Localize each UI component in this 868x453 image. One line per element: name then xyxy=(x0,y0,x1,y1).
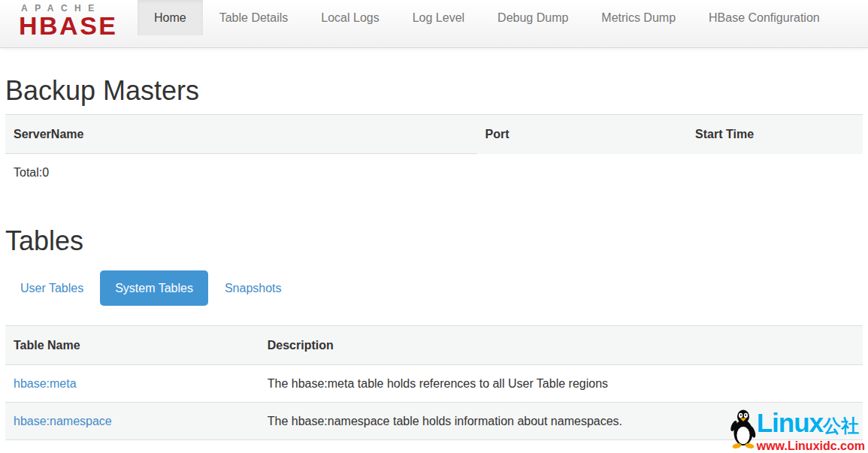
backup-masters-table: ServerName Port Start Time Total:0 xyxy=(5,114,863,191)
watermark-url: www.Linuxidc.com xyxy=(757,440,865,451)
nav-item-table-details[interactable]: Table Details xyxy=(203,0,305,35)
nav-item-metrics-dump[interactable]: Metrics Dump xyxy=(585,0,692,35)
top-navbar: APACHE HBASE Home Table Details Local Lo… xyxy=(0,0,868,48)
nav-item-local-logs[interactable]: Local Logs xyxy=(304,0,395,35)
nav-item-hbase-configuration[interactable]: HBase Configuration xyxy=(692,0,836,35)
column-header-description: Description xyxy=(259,326,863,365)
table-link-hbase-namespace[interactable]: hbase:namespace xyxy=(14,415,112,427)
linuxidc-watermark: Linux公社 www.Linuxidc.com xyxy=(730,409,865,451)
navbar-menu: Home Table Details Local Logs Log Level … xyxy=(138,0,836,35)
backup-masters-title: Backup Masters xyxy=(5,75,863,107)
tab-user-tables[interactable]: User Tables xyxy=(5,270,98,306)
column-header-port: Port xyxy=(477,115,688,154)
system-tables-header-row: Table Name Description xyxy=(5,326,863,365)
column-header-table-name: Table Name xyxy=(5,326,259,365)
tab-snapshots[interactable]: Snapshots xyxy=(210,270,297,306)
table-description-hbase-meta: The hbase:meta table holds references to… xyxy=(259,365,863,403)
tab-system-tables[interactable]: System Tables xyxy=(100,270,208,306)
nav-item-log-level[interactable]: Log Level xyxy=(396,0,481,35)
table-row: hbase:meta The hbase:meta table holds re… xyxy=(5,365,863,403)
column-header-servername: ServerName xyxy=(5,115,477,154)
hbase-logo[interactable]: APACHE HBASE xyxy=(0,0,129,38)
tux-penguin-icon xyxy=(730,409,756,451)
nav-item-home[interactable]: Home xyxy=(138,0,203,35)
watermark-site-name: Linux公社 xyxy=(757,411,865,440)
tables-tabs: User Tables System Tables Snapshots xyxy=(5,270,863,306)
hbase-logo-hbase-text: HBASE xyxy=(19,14,129,38)
nav-item-debug-dump[interactable]: Debug Dump xyxy=(481,0,585,35)
tables-title: Tables xyxy=(5,225,863,257)
backup-masters-total-row: Total:0 xyxy=(5,154,863,192)
page-content: Backup Masters ServerName Port Start Tim… xyxy=(0,75,868,440)
column-header-start-time: Start Time xyxy=(687,115,863,154)
backup-masters-total: Total:0 xyxy=(5,154,477,192)
table-link-hbase-meta[interactable]: hbase:meta xyxy=(14,377,77,390)
backup-masters-header-row: ServerName Port Start Time xyxy=(5,115,863,154)
